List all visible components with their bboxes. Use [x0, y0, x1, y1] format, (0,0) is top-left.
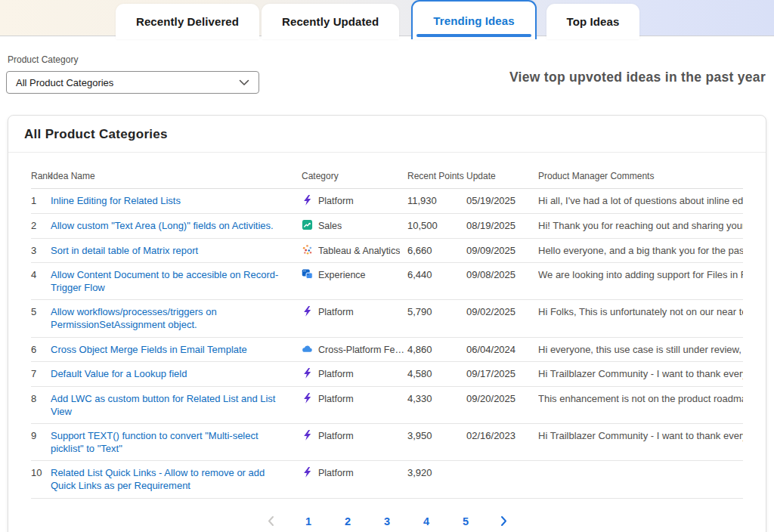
column-header-update: Update — [466, 171, 538, 182]
page-4[interactable]: 4 — [421, 515, 432, 527]
category-cell: Platform — [302, 195, 407, 207]
rank-cell: 10 — [31, 467, 51, 480]
idea-name-cell: Cross Object Merge Fields in Email Templ… — [51, 344, 302, 357]
ideas-card: All Product Categories Rank Idea Name Ca… — [8, 115, 766, 532]
table-row: 8 Add LWC as custom button for Related L… — [31, 387, 743, 424]
idea-link[interactable]: Allow Content Document to be accesible o… — [51, 269, 278, 293]
table-row: 3 Sort in detail table of Matrix report … — [31, 239, 743, 264]
table-row: 1 Inline Editing for Related Lists Platf… — [31, 189, 743, 214]
table-header-row: Rank Idea Name Category Recent Points Up… — [31, 163, 743, 189]
page-1-active[interactable]: 1 — [303, 515, 314, 527]
ideas-table: Rank Idea Name Category Recent Points Up… — [31, 163, 743, 499]
idea-link[interactable]: Related List Quick Links - Allow to remo… — [51, 467, 265, 491]
page-numbers: 12345 — [303, 515, 472, 527]
category-cell: Platform — [302, 467, 407, 479]
recent-points-cell: 6,660 — [407, 245, 466, 258]
recent-points-cell: 4,860 — [407, 344, 466, 357]
recent-points-cell: 6,440 — [407, 269, 466, 282]
page-5[interactable]: 5 — [460, 515, 472, 527]
update-date-cell: 09/02/2025 — [466, 306, 538, 319]
recent-points-cell: 4,580 — [407, 368, 466, 381]
idea-link[interactable]: Allow workflows/processes/triggers on Pe… — [51, 306, 217, 330]
category-label: Sales — [318, 220, 342, 232]
update-date-cell: 06/04/2024 — [466, 344, 538, 357]
cloud-icon — [302, 344, 313, 354]
card-title: All Product Categories — [8, 116, 766, 153]
table-row: 5 Allow workflows/processes/triggers on … — [31, 300, 743, 337]
table-row: 2 Allow custom "Text Area (Long)" fields… — [31, 214, 743, 239]
idea-name-cell: Allow workflows/processes/triggers on Pe… — [51, 306, 302, 331]
category-cell: Platform — [302, 306, 407, 318]
page-3[interactable]: 3 — [382, 515, 393, 527]
category-label: Platform — [318, 306, 354, 318]
update-date-cell: 09/09/2025 — [466, 245, 538, 258]
tab-trending-ideas[interactable]: Trending Ideas — [411, 0, 536, 39]
chevron-down-icon — [239, 76, 249, 89]
column-header-comments: Product Manager Comments — [538, 171, 743, 182]
recent-points-cell: 10,500 — [407, 220, 466, 233]
experience-windows-icon — [302, 269, 313, 280]
column-header-points: Recent Points — [407, 171, 466, 182]
product-category-value: All Product Categories — [16, 77, 239, 88]
analytics-sparkle-icon — [302, 245, 313, 255]
pm-comment-cell: This enhancement is not on the product r… — [538, 393, 743, 406]
filter-section: Product Category All Product Categories … — [0, 36, 774, 115]
recent-points-cell: 3,950 — [407, 430, 466, 443]
idea-name-cell: Allow Content Document to be accesible o… — [51, 269, 302, 294]
update-date-cell: 05/19/2025 — [466, 195, 538, 208]
idea-link[interactable]: Inline Editing for Related Lists — [51, 195, 181, 206]
category-label: Platform — [318, 195, 354, 207]
idea-link[interactable]: Sort in detail table of Matrix report — [51, 245, 198, 256]
page-subtitle: View top upvoted ideas in the past year — [509, 70, 766, 85]
product-category-select[interactable]: All Product Categories — [6, 71, 259, 94]
idea-name-cell: Inline Editing for Related Lists — [51, 195, 302, 208]
idea-link[interactable]: Allow custom "Text Area (Long)" fields o… — [51, 220, 274, 231]
pm-comment-cell: Hi everyone, this use case is still unde… — [538, 344, 743, 357]
recent-points-cell: 11,930 — [407, 195, 466, 208]
idea-link[interactable]: Add LWC as custom button for Related Lis… — [51, 393, 275, 417]
category-label: Platform — [318, 368, 354, 380]
category-label: Platform — [318, 430, 354, 442]
category-cell: Cross-Platform Feat… — [302, 344, 407, 356]
top-tab-strip: Recently DeliveredRecently UpdatedTrendi… — [0, 0, 774, 36]
table-row: 6 Cross Object Merge Fields in Email Tem… — [31, 338, 743, 363]
update-date-cell: 09/20/2025 — [466, 393, 538, 406]
idea-link[interactable]: Cross Object Merge Fields in Email Templ… — [51, 344, 247, 355]
platform-bolt-icon — [302, 393, 313, 404]
idea-name-cell: Default Value for a Lookup field — [51, 368, 302, 381]
pm-comment-cell: Hi Trailblazer Community - I want to tha… — [538, 430, 743, 443]
idea-name-cell: Add LWC as custom button for Related Lis… — [51, 393, 302, 418]
pm-comment-cell: Hi Trailblazer Community - I want to tha… — [538, 368, 743, 381]
category-label: Tableau & Analytics — [318, 245, 400, 257]
platform-bolt-icon — [302, 306, 313, 317]
tab-recently-delivered[interactable]: Recently Delivered — [116, 4, 259, 39]
rank-cell: 7 — [31, 368, 51, 381]
idea-name-cell: Allow custom "Text Area (Long)" fields o… — [51, 220, 302, 233]
page-2[interactable]: 2 — [342, 515, 354, 527]
recent-points-cell: 4,330 — [407, 393, 466, 406]
rank-cell: 5 — [31, 306, 51, 319]
rank-cell: 9 — [31, 430, 51, 443]
platform-bolt-icon — [302, 467, 313, 478]
table-row: 4 Allow Content Document to be accesible… — [31, 263, 743, 300]
idea-link[interactable]: Default Value for a Lookup field — [51, 368, 187, 379]
platform-bolt-icon — [302, 368, 313, 379]
chevron-right-icon[interactable] — [500, 515, 508, 527]
product-category-label: Product Category — [8, 54, 78, 65]
update-date-cell: 09/08/2025 — [466, 269, 538, 282]
recent-points-cell: 5,790 — [407, 306, 466, 319]
pagination: 12345 — [8, 515, 766, 527]
idea-name-cell: Sort in detail table of Matrix report — [51, 245, 302, 258]
category-cell: Tableau & Analytics — [302, 245, 407, 257]
column-header-idea: Idea Name — [51, 171, 302, 182]
rank-cell: 4 — [31, 269, 51, 282]
tab-bar: Recently DeliveredRecently UpdatedTrendi… — [116, 0, 639, 39]
tab-recently-updated[interactable]: Recently Updated — [262, 4, 399, 39]
idea-link[interactable]: Support TEXT() function to convert "Mult… — [51, 430, 259, 454]
category-label: Platform — [318, 467, 354, 479]
category-cell: Platform — [302, 430, 407, 442]
update-date-cell: 08/19/2025 — [466, 220, 538, 233]
pm-comment-cell: We are looking into adding support for F… — [538, 269, 743, 282]
tab-top-ideas[interactable]: Top Ideas — [546, 4, 640, 39]
chevron-left-icon[interactable] — [267, 515, 275, 527]
